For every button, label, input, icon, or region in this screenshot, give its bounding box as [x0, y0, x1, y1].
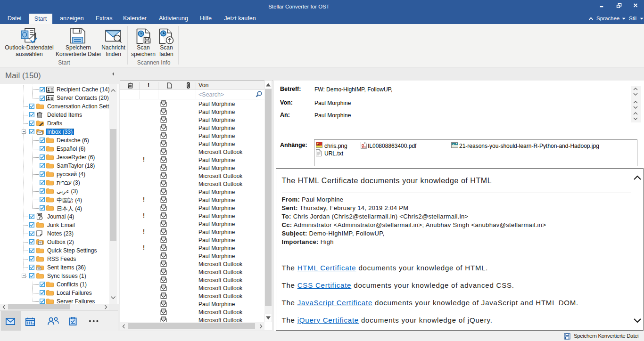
svg-text:PDF: PDF [362, 146, 366, 149]
